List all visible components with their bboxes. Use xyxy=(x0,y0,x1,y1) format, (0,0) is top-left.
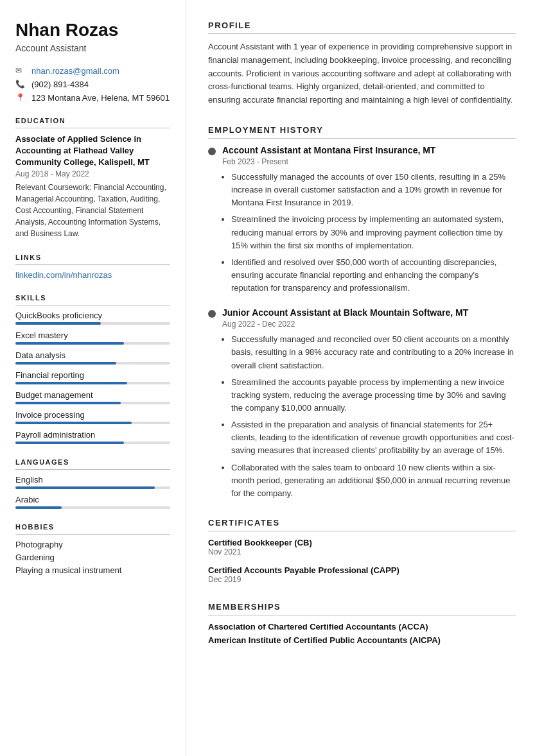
languages-list: English Arabic xyxy=(15,475,170,509)
edu-coursework: Relevant Coursework: Financial Accountin… xyxy=(15,182,170,239)
cert-date: Nov 2021 xyxy=(208,547,516,556)
skill-bar-fill xyxy=(15,382,127,384)
skill-bar-fill xyxy=(15,342,124,345)
hobby-item: Photography xyxy=(15,540,170,549)
linkedin-link[interactable]: linkedin.com/in/nhanrozas xyxy=(15,270,112,280)
job-entry: Account Assistant at Montana First Insur… xyxy=(208,145,516,295)
skill-item: Payroll administration xyxy=(15,430,170,444)
skill-item: Budget management xyxy=(15,390,170,404)
skill-bar-fill xyxy=(15,322,101,325)
email-icon: ✉ xyxy=(15,66,27,75)
hobby-item: Gardening xyxy=(15,553,170,562)
language-label: Arabic xyxy=(15,495,170,504)
hobby-item: Playing a musical instrument xyxy=(15,565,170,575)
employment-list: Account Assistant at Montana First Insur… xyxy=(208,145,516,500)
list-item: Successfully managed the accounts of ove… xyxy=(231,171,516,209)
skill-bar-fill xyxy=(15,402,121,404)
job-header: Junior Account Assistant at Black Mounta… xyxy=(208,307,516,318)
skill-item: Excel mastery xyxy=(15,331,170,345)
hobbies-list: PhotographyGardeningPlaying a musical in… xyxy=(15,540,170,575)
certificates-section-title: CERTIFICATES xyxy=(208,518,516,531)
language-bar-fill xyxy=(15,486,155,489)
language-bar-fill xyxy=(15,506,62,509)
address-text: 123 Montana Ave, Helena, MT 59601 xyxy=(31,93,170,103)
edu-degree: Associate of Applied Science in Accounti… xyxy=(15,133,170,169)
list-item: Assisted in the preparation and analysis… xyxy=(231,418,516,457)
job-header: Account Assistant at Montana First Insur… xyxy=(208,145,516,155)
cert-item: Certified Bookkeeper (CB) Nov 2021 xyxy=(208,538,516,556)
cert-name: Certified Bookkeeper (CB) xyxy=(208,538,516,547)
location-icon: 📍 xyxy=(15,93,27,102)
skill-label: Data analysis xyxy=(15,350,170,360)
contact-info: ✉ nhan.rozas@gmail.com 📞 (902) 891-4384 … xyxy=(15,66,170,103)
skill-bar-bg xyxy=(15,322,170,325)
languages-section-title: LANGUAGES xyxy=(15,458,170,470)
language-bar-bg xyxy=(15,506,170,509)
membership-item: American Institute of Certified Public A… xyxy=(208,635,516,645)
job-dates: Feb 2023 - Present xyxy=(222,157,516,166)
skill-label: Excel mastery xyxy=(15,331,170,340)
left-column: Nhan Rozas Account Assistant ✉ nhan.roza… xyxy=(0,0,186,756)
cert-item: Certified Accounts Payable Professional … xyxy=(208,565,516,584)
language-bar-bg xyxy=(15,486,170,489)
skill-label: Budget management xyxy=(15,390,170,400)
resume-container: Nhan Rozas Account Assistant ✉ nhan.roza… xyxy=(0,0,535,756)
skills-section-title: SKILLS xyxy=(15,294,170,305)
job-bullets: Successfully managed and reconciled over… xyxy=(222,333,516,500)
membership-item: Association of Chartered Certified Accou… xyxy=(208,622,516,631)
skill-bar-fill xyxy=(15,362,116,365)
job-bullets: Successfully managed the accounts of ove… xyxy=(222,171,516,295)
skill-bar-bg xyxy=(15,402,170,404)
language-item: English xyxy=(15,475,170,489)
name: Nhan Rozas xyxy=(15,21,170,40)
education-item: Associate of Applied Science in Accounti… xyxy=(15,133,170,240)
skill-item: Data analysis xyxy=(15,350,170,365)
education-section-title: EDUCATION xyxy=(15,117,170,128)
skill-item: Financial reporting xyxy=(15,370,170,384)
memberships-section-title: MEMBERSHIPS xyxy=(208,602,516,615)
phone-icon: 📞 xyxy=(15,80,27,89)
phone-item: 📞 (902) 891-4384 xyxy=(15,80,170,89)
skill-bar-bg xyxy=(15,442,170,444)
skill-bar-bg xyxy=(15,362,170,365)
language-label: English xyxy=(15,475,170,485)
skill-bar-fill xyxy=(15,422,132,424)
list-item: Streamlined the accounts payable process… xyxy=(231,376,516,415)
list-item: Collaborated with the sales team to onbo… xyxy=(231,461,516,500)
profile-section-title: PROFILE xyxy=(208,21,516,34)
job-title: Account Assistant xyxy=(15,43,170,53)
memberships-list: Association of Chartered Certified Accou… xyxy=(208,622,516,645)
employment-section-title: EMPLOYMENT HISTORY xyxy=(208,125,516,139)
cert-name: Certified Accounts Payable Professional … xyxy=(208,565,516,575)
job-title-text: Account Assistant at Montana First Insur… xyxy=(222,145,435,155)
links-section-title: LINKS xyxy=(15,253,170,265)
list-item: Identified and resolved over $50,000 wor… xyxy=(231,256,516,295)
profile-text: Account Assistant with 1 year of experie… xyxy=(208,40,516,107)
job-entry: Junior Account Assistant at Black Mounta… xyxy=(208,307,516,500)
skill-label: QuickBooks proficiency xyxy=(15,311,170,320)
language-item: Arabic xyxy=(15,495,170,509)
skill-label: Invoice processing xyxy=(15,410,170,420)
email-item: ✉ nhan.rozas@gmail.com xyxy=(15,66,170,76)
skill-bar-bg xyxy=(15,382,170,384)
skill-bar-fill xyxy=(15,442,124,444)
job-dates: Aug 2022 - Dec 2022 xyxy=(222,320,516,329)
skill-label: Financial reporting xyxy=(15,370,170,380)
edu-dates: Aug 2018 - May 2022 xyxy=(15,169,170,178)
certificates-list: Certified Bookkeeper (CB) Nov 2021 Certi… xyxy=(208,538,516,584)
skill-item: Invoice processing xyxy=(15,410,170,424)
email-link[interactable]: nhan.rozas@gmail.com xyxy=(31,66,119,76)
phone-text: (902) 891-4384 xyxy=(31,80,89,89)
job-dot xyxy=(208,148,216,155)
skill-label: Payroll administration xyxy=(15,430,170,440)
job-title-text: Junior Account Assistant at Black Mounta… xyxy=(222,307,468,318)
hobbies-section-title: HOBBIES xyxy=(15,523,170,535)
skill-bar-bg xyxy=(15,342,170,345)
cert-date: Dec 2019 xyxy=(208,575,516,584)
list-item: Streamlined the invoicing process by imp… xyxy=(231,213,516,252)
skill-bar-bg xyxy=(15,422,170,424)
list-item: Successfully managed and reconciled over… xyxy=(231,333,516,372)
link-item: linkedin.com/in/nhanrozas xyxy=(15,270,170,280)
job-dot xyxy=(208,310,216,318)
skills-list: QuickBooks proficiency Excel mastery Dat… xyxy=(15,311,170,444)
